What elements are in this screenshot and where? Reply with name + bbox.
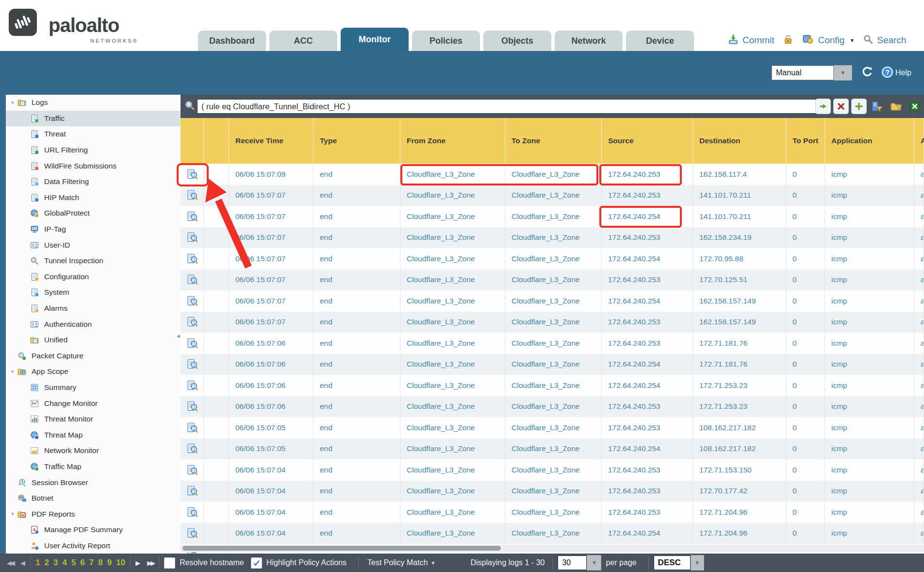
cell-destination[interactable]: 162.158.157.149 [693,312,786,333]
page-number-10[interactable]: 10 [116,558,125,568]
cell-action[interactable]: a [914,290,924,312]
cell-type[interactable]: end [314,459,400,481]
log-detail-button[interactable] [181,290,204,312]
sidebar-item-network-monitor[interactable]: Network Monitor [6,443,181,459]
cell-type[interactable]: end [314,227,400,249]
column-header-destination[interactable]: Destination [693,118,786,164]
cell-to-port[interactable]: 0 [786,227,825,249]
cell-receive-time[interactable]: 06/06 15:07:07 [229,312,314,333]
log-detail-button[interactable] [181,502,204,523]
cell-application[interactable]: icmp [825,438,914,460]
cell-action[interactable]: a [914,459,924,481]
cell-source[interactable]: 172.64.240.254 [602,375,693,396]
resolve-hostname-checkbox[interactable] [164,557,175,569]
cell-receive-time[interactable]: 06/06 15:07:05 [229,417,314,438]
sidebar-item-logs[interactable]: ▼Logs [6,95,181,111]
cell-to-port[interactable]: 0 [786,396,825,418]
page-number-6[interactable]: 6 [80,558,84,568]
cell-destination[interactable]: 141.101.70.211 [693,185,786,206]
cell-receive-time[interactable]: 06/06 15:07:07 [229,290,314,312]
config-link[interactable]: Config [818,35,844,46]
page-number-3[interactable]: 3 [53,558,58,568]
cell-type[interactable]: end [314,438,400,460]
cell-from-zone[interactable]: Cloudflare_L3_Zone [400,396,505,418]
cell-receive-time[interactable]: 06/06 15:07:04 [229,481,314,502]
cell-to-port[interactable]: 0 [786,206,825,227]
cell-source[interactable]: 172.64.240.254 [602,438,693,460]
cell-receive-time[interactable]: 06/06 15:07:05 [229,438,314,460]
cell-to-zone[interactable]: Cloudflare_L3_Zone [505,164,602,185]
cell-receive-time[interactable]: 06/06 15:07:06 [229,354,314,375]
cell-receive-time[interactable]: 06/06 15:07:06 [229,333,314,354]
cell-receive-time[interactable]: 06/06 15:07:06 [229,396,314,418]
cell-to-port[interactable]: 0 [786,354,825,375]
sidebar-item-configuration[interactable]: Configuration [6,269,181,285]
cell-action[interactable]: a [914,333,924,354]
log-detail-button[interactable] [181,523,204,544]
prev-page-button[interactable]: ◀ [20,559,25,567]
cell-source[interactable]: 172.64.240.253 [602,227,693,249]
column-header-detail[interactable] [181,118,204,164]
cell-to-port[interactable]: 0 [786,185,825,206]
log-detail-button[interactable] [181,396,204,418]
cell-to-zone[interactable]: Cloudflare_L3_Zone [505,333,602,354]
save-filter-button[interactable] [869,99,885,114]
sidebar-item-globalprotect[interactable]: GlobalProtect [6,205,181,221]
cell-to-zone[interactable]: Cloudflare_L3_Zone [505,459,602,481]
cell-application[interactable]: icmp [825,312,914,333]
column-header-receive-time[interactable]: Receive Time [229,118,314,164]
cell-type[interactable]: end [314,164,400,185]
cell-from-zone[interactable]: Cloudflare_L3_Zone [400,227,505,249]
cell-to-port[interactable]: 0 [786,481,825,502]
cell-from-zone[interactable]: Cloudflare_L3_Zone [400,481,505,502]
cell-to-zone[interactable]: Cloudflare_L3_Zone [505,290,602,312]
sidebar-item-summary[interactable]: Summary [6,380,181,396]
sidebar-item-botnet[interactable]: Botnet [6,490,181,506]
test-policy-match-caret-icon[interactable]: ▼ [431,560,436,566]
cell-to-zone[interactable]: Cloudflare_L3_Zone [505,396,602,418]
cell-source[interactable]: 172.64.240.253 [602,312,693,333]
highlight-policy-actions-checkbox[interactable] [251,557,262,569]
test-policy-match-menu[interactable]: Test Policy Match [367,558,428,567]
cell-from-zone[interactable]: Cloudflare_L3_Zone [400,333,505,354]
cell-to-zone[interactable]: Cloudflare_L3_Zone [505,206,602,227]
sidebar-item-hip-match[interactable]: HIP Match [6,190,181,206]
column-header-type[interactable]: Type [314,118,400,164]
log-detail-button[interactable] [181,227,204,249]
cell-source[interactable]: 172.64.240.253 [602,417,693,438]
config-caret-icon[interactable]: ▼ [849,37,855,43]
cell-receive-time[interactable]: 06/06 15:07:07 [229,248,314,269]
column-header-source[interactable]: Source [602,118,693,164]
cell-application[interactable]: icmp [825,354,914,375]
sidebar-item-manage-pdf-summary[interactable]: AManage PDF Summary [6,522,181,538]
cell-to-port[interactable]: 0 [786,375,825,396]
cell-to-port[interactable]: 0 [786,269,825,291]
cell-application[interactable]: icmp [825,248,914,269]
page-number-4[interactable]: 4 [62,558,66,568]
page-number-9[interactable]: 9 [107,558,112,568]
cell-destination[interactable]: 108.162.217.182 [693,417,786,438]
cell-from-zone[interactable]: Cloudflare_L3_Zone [400,502,505,523]
sidebar-item-user-id[interactable]: User-ID [6,237,181,253]
sort-order-select[interactable]: DESC [654,555,691,570]
cell-type[interactable]: end [314,502,400,523]
page-number-8[interactable]: 8 [98,558,102,568]
cell-source[interactable]: 172.64.240.253 [602,185,693,206]
search-link[interactable]: Search [877,35,906,46]
cell-source[interactable]: 172.64.240.253 [602,164,693,185]
cell-source[interactable]: 172.64.240.254 [602,248,693,269]
next-page-button[interactable]: ▶ [135,559,140,567]
cell-type[interactable]: end [314,290,400,312]
cell-source[interactable]: 172.64.240.253 [602,459,693,481]
cell-action[interactable]: a [914,312,924,333]
cell-to-port[interactable]: 0 [786,290,825,312]
cell-action[interactable]: a [914,396,924,418]
cell-action[interactable]: a [914,354,924,375]
refresh-mode-select[interactable]: Manual [772,66,834,80]
sidebar-item-pdf-reports[interactable]: ▼APDF Reports [6,506,181,522]
column-header-flag[interactable] [204,118,229,164]
cell-application[interactable]: icmp [825,206,914,227]
cell-destination[interactable]: 162.158.117.4 [693,164,786,185]
lock-icon[interactable] [783,34,793,47]
cell-receive-time[interactable]: 06/06 15:07:07 [229,269,314,291]
